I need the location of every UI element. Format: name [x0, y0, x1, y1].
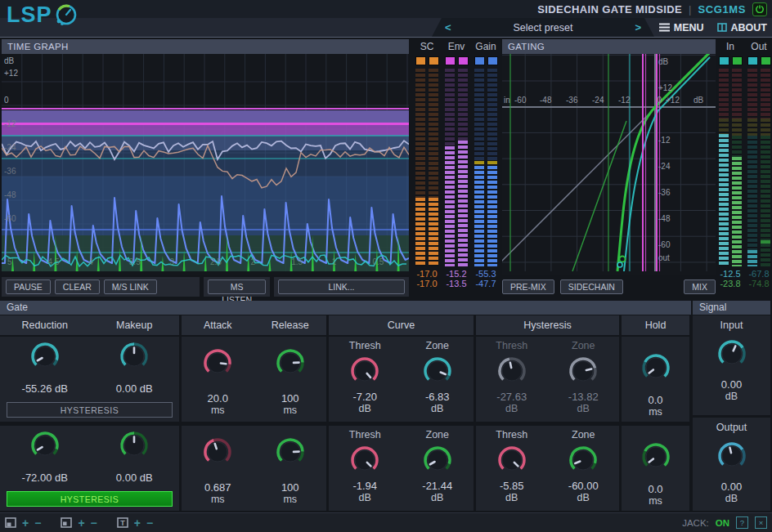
svg-text:-24: -24 [658, 162, 671, 171]
preset-next-button[interactable]: > [635, 21, 641, 34]
attack-value-row2[interactable]: 0.687 [204, 481, 231, 494]
curve-thresh-knob-row2[interactable] [348, 444, 381, 476]
makeup-value-row2[interactable]: 0.00 dB [116, 472, 153, 484]
menu-button[interactable]: MENU [659, 22, 704, 34]
hyst-thresh-label-row2: Thresh [496, 429, 527, 442]
param-hyst-thresh-row2: Thresh-5.85dB [476, 426, 548, 504]
channel-toggle[interactable] [415, 56, 426, 65]
makeup-knob-row1[interactable] [118, 340, 150, 373]
hyst-zone-knob-row1[interactable] [567, 355, 599, 387]
channel-toggle[interactable] [732, 56, 743, 65]
hyst-thresh-value-row2[interactable]: -5.85 [500, 480, 524, 492]
font-decrease-button[interactable]: − [146, 517, 153, 529]
input-label: Input [720, 320, 743, 331]
meter-bar [732, 69, 742, 266]
curve-thresh-knob-row1[interactable] [348, 355, 381, 387]
hyst-thresh-unit-row2: dB [505, 492, 518, 504]
release-knob-row1[interactable] [274, 346, 307, 379]
lsp-logo[interactable]: LSP [7, 1, 79, 29]
title-separator: | [689, 3, 691, 16]
channel-toggle[interactable] [719, 56, 729, 65]
channel-toggle[interactable] [429, 56, 439, 65]
zoom-out-x-button[interactable]: − [34, 517, 41, 529]
curve-zone-value-row2[interactable]: -21.44 [422, 480, 452, 492]
font-size-icon[interactable]: T [117, 517, 128, 528]
preset-select[interactable]: Select preset [514, 22, 573, 34]
channel-toggle[interactable] [487, 56, 498, 65]
curve-thresh-value-row1[interactable]: -7.20 [352, 391, 377, 403]
channel-toggle[interactable] [458, 56, 469, 65]
makeup-value-row1[interactable]: 0.00 dB [116, 382, 153, 395]
quit-button[interactable]: × [755, 516, 767, 529]
mix-button[interactable]: MIX [684, 279, 716, 294]
channel-toggle[interactable] [445, 56, 456, 65]
hold-unit-row2: ms [649, 495, 662, 507]
pre-mix-button[interactable]: PRE-MIX [502, 279, 554, 294]
channel-toggle[interactable] [761, 56, 771, 65]
attack-knob-row2[interactable] [201, 436, 234, 468]
hold-value-row2[interactable]: 0.0 [648, 483, 662, 495]
makeup-knob-row2[interactable] [118, 429, 150, 462]
hyst-zone-value-row1[interactable]: -13.82 [568, 391, 599, 403]
sidechain-button[interactable]: SIDECHAIN [560, 279, 623, 294]
hyst-thresh-label-row1: Thresh [496, 340, 527, 353]
param-hold-row2: 0.0ms [622, 426, 689, 507]
zoom-out-y-button[interactable]: − [91, 517, 97, 529]
reduction-value-row2[interactable]: -72.00 dB [22, 472, 68, 484]
input-gain-knob[interactable] [716, 338, 748, 370]
jack-status: ON [716, 518, 729, 528]
channel-toggle[interactable] [474, 56, 485, 65]
gating-curve-display[interactable]: in-60-48-36-24-120+12dBdB+12-12-24-36-48… [502, 54, 716, 275]
gate-cell-row2: 0.687ms100ms [182, 426, 326, 511]
help-button[interactable]: ? [736, 516, 748, 529]
curve-zone-knob-row1[interactable] [421, 355, 454, 387]
link-button[interactable]: LINK... [278, 279, 405, 294]
svg-text:-36: -36 [658, 188, 671, 197]
meter-in: In -12.5-23.8 [717, 39, 743, 296]
attack-knob-row1[interactable] [201, 346, 234, 379]
hold-knob-row1[interactable] [640, 351, 672, 384]
about-button[interactable]: ABOUT [717, 22, 767, 34]
output-gain-knob[interactable] [716, 440, 748, 472]
hysteresis-toggle-row2[interactable]: HYSTERESIS [7, 491, 173, 507]
curve-zone-knob-row2[interactable] [421, 444, 454, 476]
reduction-knob-row2[interactable] [29, 429, 61, 462]
release-knob-row2[interactable] [274, 436, 307, 468]
pause-button[interactable]: PAUSE [6, 279, 51, 294]
reduction-knob-row1[interactable] [29, 340, 61, 373]
time-graph-display[interactable]: dB+120-12-24-36-48-6054.543.532.521.510.… [2, 54, 409, 275]
hold-value-row1[interactable]: 0.0 [648, 394, 662, 406]
power-button[interactable] [752, 2, 767, 16]
ms-listen-button[interactable]: MS LISTEN [208, 279, 266, 294]
preset-prev-button[interactable]: < [445, 21, 451, 34]
meter-label: In [726, 41, 734, 54]
hysteresis-toggle-row1[interactable]: HYSTERESIS [7, 402, 173, 418]
hyst-zone-value-row2[interactable]: -60.00 [568, 480, 599, 492]
release-value-row1[interactable]: 100 [281, 392, 299, 405]
output-gain-value[interactable]: 0.00 [721, 481, 742, 493]
input-gain-value[interactable]: 0.00 [721, 378, 742, 391]
ms-link-button[interactable]: M/S LINK [104, 279, 157, 294]
reduction-value-row1[interactable]: -55.26 dB [22, 382, 68, 395]
attack-value-row1[interactable]: 20.0 [208, 392, 228, 405]
param-release-row2: 100ms [254, 426, 327, 506]
hyst-zone-knob-row2[interactable] [567, 444, 599, 476]
zoom-fit-icon[interactable] [5, 517, 16, 528]
hyst-thresh-knob-row1[interactable] [496, 355, 528, 387]
meter-label: Out [751, 41, 766, 54]
channel-toggle[interactable] [747, 56, 758, 65]
hold-knob-row2[interactable] [640, 440, 672, 473]
hyst-thresh-knob-row2[interactable] [496, 444, 528, 476]
zoom-in-x-button[interactable]: + [22, 517, 29, 529]
release-value-row2[interactable]: 100 [281, 481, 299, 494]
svg-text:-12: -12 [658, 136, 671, 145]
curve-zone-value-row1[interactable]: -6.83 [425, 391, 450, 403]
zoom-in-y-button[interactable]: + [78, 517, 84, 529]
zoom-window-icon[interactable] [61, 517, 72, 528]
gate-col-header-hysteresis: Hysteresis [476, 315, 619, 335]
clear-button[interactable]: CLEAR [55, 279, 100, 294]
hold-unit-row1: ms [649, 406, 662, 418]
font-increase-button[interactable]: + [134, 517, 141, 529]
curve-thresh-value-row2[interactable]: -1.94 [352, 480, 377, 492]
hyst-thresh-value-row1[interactable]: -27.63 [496, 391, 527, 403]
